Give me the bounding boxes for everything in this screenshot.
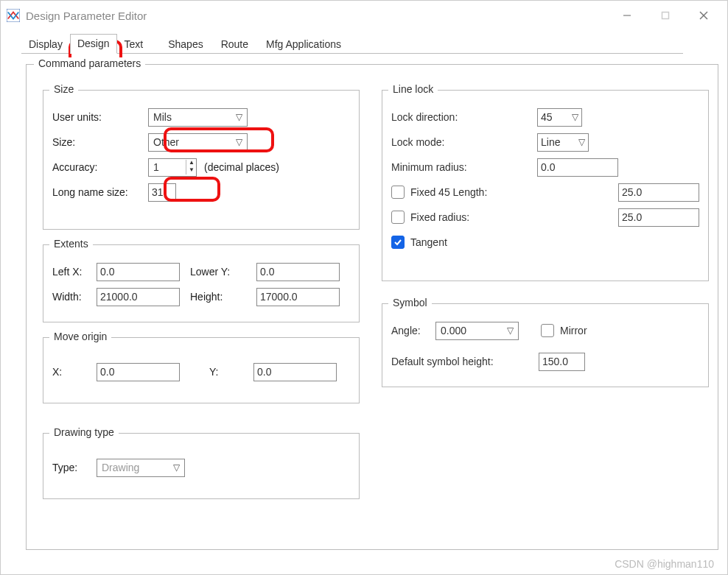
- fixed-radius-label: Fixed radius:: [410, 211, 469, 223]
- chevron-down-icon: ▽: [236, 112, 242, 122]
- extents-group: Extents Left X: 0.0 Lower Y: 0.0 Width: …: [43, 244, 360, 322]
- fixed-45-checkbox[interactable]: Fixed 45 Length:: [391, 186, 487, 199]
- tab-text[interactable]: Text: [117, 35, 151, 54]
- long-name-input[interactable]: 31: [148, 183, 176, 202]
- long-name-label: Long name size:: [52, 186, 148, 198]
- lock-direction-label: Lock direction:: [391, 111, 509, 123]
- lowery-value: 0.0: [260, 266, 274, 278]
- chevron-down-icon: ▽: [173, 462, 180, 473]
- min-radius-label: Minimum radius:: [391, 161, 509, 173]
- leftx-value: 0.0: [100, 266, 114, 278]
- height-value: 17000.0: [260, 291, 298, 303]
- svg-rect-2: [662, 13, 669, 19]
- svg-rect-0: [7, 9, 20, 22]
- size-select[interactable]: Other ▽: [148, 133, 248, 152]
- drawing-type-label: Type:: [52, 462, 97, 473]
- accuracy-stepper[interactable]: 1 ▲▼: [148, 158, 197, 177]
- fixed-45-input[interactable]: 25.0: [618, 183, 699, 202]
- lock-mode-value: Line: [541, 136, 560, 148]
- height-label: Height:: [190, 291, 256, 303]
- app-icon: [7, 9, 20, 22]
- size-group: Size User units: Mils ▽ Size: Other ▽: [43, 90, 360, 230]
- move-origin-legend: Move origin: [49, 331, 111, 342]
- command-parameters-group: Command parameters Size User units: Mils…: [26, 64, 718, 550]
- width-input[interactable]: 21000.0: [97, 288, 180, 306]
- mirror-label: Mirror: [560, 325, 587, 336]
- width-value: 21000.0: [100, 291, 138, 303]
- symbol-legend: Symbol: [388, 297, 432, 308]
- mirror-checkbox[interactable]: Mirror: [541, 324, 587, 337]
- width-label: Width:: [52, 291, 97, 303]
- stepper-down-icon[interactable]: ▼: [189, 167, 195, 174]
- chevron-down-icon: ▽: [236, 137, 242, 147]
- fixed-radius-value: 25.0: [622, 211, 642, 223]
- minimize-button[interactable]: [608, 1, 646, 30]
- line-lock-legend: Line lock: [388, 83, 438, 95]
- maximize-button[interactable]: [646, 1, 685, 30]
- tangent-label: Tangent: [410, 236, 447, 248]
- lowery-input[interactable]: 0.0: [256, 263, 340, 281]
- user-units-select[interactable]: Mils ▽: [148, 108, 248, 127]
- lock-mode-select[interactable]: Line ▽: [537, 133, 589, 152]
- fixed-radius-input[interactable]: 25.0: [618, 208, 699, 227]
- tabs: Display Design Text Shapes Route Mfg App…: [21, 35, 727, 54]
- window-title: Design Parameter Editor: [26, 10, 147, 22]
- size-legend: Size: [49, 83, 78, 95]
- tab-shapes[interactable]: Shapes: [161, 35, 210, 54]
- tab-mfg[interactable]: Mfg Applications: [259, 35, 349, 54]
- lock-direction-value: 45: [541, 111, 553, 123]
- fixed-45-value: 25.0: [622, 186, 642, 198]
- move-y-label: Y:: [209, 366, 253, 378]
- leftx-label: Left X:: [52, 266, 97, 278]
- symbol-group: Symbol Angle: 0.000 ▽ Mirror: [382, 303, 709, 387]
- min-radius-value: 0.0: [541, 161, 555, 173]
- height-input[interactable]: 17000.0: [256, 288, 340, 306]
- fixed-45-label: Fixed 45 Length:: [410, 186, 487, 198]
- lowery-label: Lower Y:: [190, 266, 256, 278]
- move-origin-group: Move origin X: 0.0 Y: 0.0: [43, 337, 360, 403]
- move-x-input[interactable]: 0.0: [97, 363, 180, 381]
- default-symbol-height-label: Default symbol height:: [391, 356, 539, 367]
- move-y-input[interactable]: 0.0: [253, 363, 337, 381]
- move-y-value: 0.0: [257, 366, 271, 378]
- accuracy-hint: (decimal places): [204, 161, 279, 173]
- lock-mode-label: Lock mode:: [391, 136, 509, 148]
- lock-direction-select[interactable]: 45 ▽: [537, 108, 582, 127]
- min-radius-input[interactable]: 0.0: [537, 158, 618, 177]
- drawing-type-select: Drawing ▽: [97, 459, 185, 477]
- angle-value: 0.000: [441, 325, 466, 336]
- command-parameters-legend: Command parameters: [34, 57, 145, 69]
- chevron-down-icon: ▽: [507, 325, 514, 336]
- chevron-down-icon: ▽: [572, 112, 578, 122]
- accuracy-value: 1: [153, 161, 159, 173]
- drawing-type-value: Drawing: [102, 462, 139, 473]
- size-label: Size:: [52, 136, 148, 148]
- size-value: Other: [153, 136, 179, 148]
- default-symbol-height-input[interactable]: 150.0: [539, 353, 585, 371]
- angle-select[interactable]: 0.000 ▽: [435, 322, 519, 340]
- long-name-value: 31: [152, 186, 164, 198]
- angle-label: Angle:: [391, 325, 435, 336]
- chevron-down-icon: ▽: [578, 137, 585, 147]
- default-symbol-height-value: 150.0: [542, 356, 568, 367]
- tab-display[interactable]: Display: [21, 35, 70, 54]
- drawing-type-legend: Drawing type: [49, 426, 119, 438]
- move-x-label: X:: [52, 366, 97, 378]
- fixed-radius-checkbox[interactable]: Fixed radius:: [391, 211, 469, 224]
- move-x-value: 0.0: [100, 366, 114, 378]
- line-lock-group: Line lock Lock direction: 45 ▽ Lock mode…: [382, 90, 709, 281]
- extents-legend: Extents: [49, 238, 93, 250]
- tab-design[interactable]: Design: [70, 34, 117, 54]
- tangent-checkbox[interactable]: Tangent: [391, 236, 447, 249]
- accuracy-label: Accuracy:: [52, 161, 148, 173]
- drawing-type-group: Drawing type Type: Drawing ▽: [43, 433, 360, 499]
- title-bar: Design Parameter Editor: [1, 1, 727, 30]
- tab-route[interactable]: Route: [214, 35, 256, 54]
- user-units-value: Mils: [153, 111, 172, 123]
- leftx-input[interactable]: 0.0: [97, 263, 180, 281]
- watermark: CSDN @highman110: [615, 558, 714, 570]
- close-button[interactable]: [685, 1, 723, 30]
- user-units-label: User units:: [52, 111, 148, 123]
